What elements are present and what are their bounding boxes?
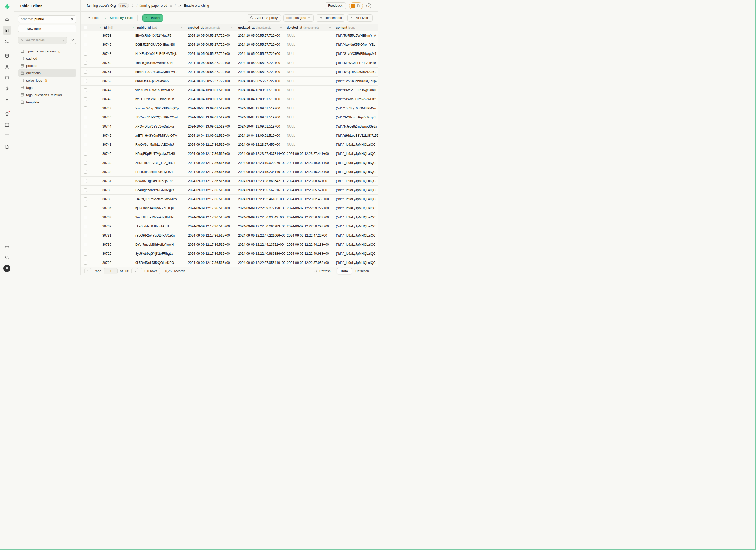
chevron-down-icon[interactable] <box>125 26 128 29</box>
cell-public-id[interactable]: XPQwDIqY6Y75SwDnU-qr_ <box>130 122 186 131</box>
cell-updated-at[interactable]: 2024-09-09 12:23:15.234146+00 <box>236 167 285 176</box>
rail-authentication-icon[interactable] <box>3 62 11 71</box>
cell-public-id[interactable]: bzwXazHgax6UIR58j6Fn3 <box>130 177 186 185</box>
row-checkbox[interactable] <box>84 52 87 56</box>
supabase-logo-icon[interactable] <box>3 3 11 10</box>
row-checkbox[interactable] <box>84 116 87 119</box>
row-checkbox[interactable] <box>84 243 87 246</box>
rail-table-editor-icon[interactable] <box>3 26 11 35</box>
sidebar-item-_prisma_migrations[interactable]: _prisma_migrations ··· <box>18 48 76 55</box>
cell-updated-at[interactable]: 2024-10-04 13:09:01.519+00 <box>236 122 285 131</box>
cell-content[interactable]: {"id":"_Id9aLyJpMHQLaiQC <box>334 222 378 231</box>
tab-data[interactable]: Data <box>337 268 352 274</box>
api-docs-button[interactable]: API Docs <box>347 14 373 22</box>
cell-deleted-at[interactable]: NULL <box>285 122 334 131</box>
cell-content[interactable]: {"id":"3-O8cn_xPgs0cVxqKE <box>334 113 378 122</box>
org-switcher-chevrons-icon[interactable] <box>131 4 134 8</box>
cell-public-id[interactable]: nxFT002ISeRE-Qobg3K3k <box>130 95 186 104</box>
row-checkbox[interactable] <box>84 179 87 183</box>
row-checkbox[interactable] <box>84 170 87 174</box>
cell-updated-at[interactable]: 2024-09-09 12:22:56.03542+00 <box>236 213 285 222</box>
cell-content[interactable]: {"id":"S1vrVC5BrB59wqcM4 <box>334 49 378 58</box>
column-header-created-at[interactable]: created_at timestamptz <box>186 24 236 31</box>
cell-content[interactable]: {"id":"_Id9aLyJpMHQLaiQC <box>334 249 378 258</box>
cell-public-id[interactable]: 1hnRQjxSRm2V0VticY2NF <box>130 58 186 67</box>
cell-created-at[interactable]: 2024-09-09 12:17:36.515+00 <box>186 258 236 267</box>
cell-id[interactable]: 30734 <box>97 204 130 213</box>
row-checkbox[interactable] <box>84 225 87 228</box>
cell-content[interactable]: {"id":"_Id9aLyJpMHQLaiQC <box>334 149 378 158</box>
cell-content[interactable]: {"id":"NJe5s8ZmBwnoB6e3s <box>334 122 378 131</box>
cell-deleted-at[interactable]: NULL <box>285 77 334 85</box>
cell-public-id[interactable]: FHHUioa3bidd00BHyLeZt <box>130 167 186 176</box>
rail-database-icon[interactable] <box>3 51 11 60</box>
chevron-down-icon[interactable] <box>231 26 234 29</box>
cell-content[interactable]: {"id":"_Id9aLyJpMHQLaiQC <box>334 158 378 167</box>
cell-deleted-at[interactable]: 2024-09-09 12:22:40.988+00 <box>285 249 334 258</box>
sidebar-item-solve_logs[interactable]: solve_logs ··· <box>18 77 76 84</box>
cell-content[interactable]: {"id":"_Id9aLyJpMHQLaiQC <box>334 213 378 222</box>
cell-public-id[interactable]: DGEJfJZPQUV9Q-IBqsNSi <box>130 40 186 49</box>
cell-id[interactable]: 30729 <box>97 249 130 258</box>
rows-per-page-button[interactable]: 100 rows <box>141 268 160 274</box>
breadcrumb-org[interactable]: farming-paper's Org <box>87 4 116 8</box>
sidebar-item-questions[interactable]: questions ··· <box>18 69 76 77</box>
cell-created-at[interactable]: 2024-09-09 12:17:36.515+00 <box>186 213 236 222</box>
cell-content[interactable]: {"id":"B6tr6eEFLrOVgeUmH <box>334 86 378 95</box>
cell-deleted-at[interactable]: 2024-09-09 12:22:47.22+00 <box>285 231 334 240</box>
role-select[interactable]: role postgres <box>283 14 314 22</box>
cell-content[interactable]: {"id":"4wyNgK55lOfrpmYZc <box>334 40 378 49</box>
rail-sql-editor-icon[interactable] <box>3 37 11 46</box>
rail-api-docs-icon[interactable] <box>3 142 11 151</box>
row-checkbox[interactable] <box>84 61 87 65</box>
cell-updated-at[interactable]: 2024-10-04 13:09:01.519+00 <box>236 104 285 113</box>
cell-created-at[interactable]: 2024-10-05 00:55:27.722+00 <box>186 49 236 58</box>
row-checkbox[interactable] <box>84 234 87 237</box>
cell-created-at[interactable]: 2024-09-09 12:17:36.515+00 <box>186 140 236 149</box>
cell-id[interactable]: 30746 <box>97 113 130 122</box>
cell-updated-at[interactable]: 2024-10-05 00:55:27.722+00 <box>236 49 285 58</box>
cell-created-at[interactable]: 2024-09-09 12:17:36.515+00 <box>186 222 236 231</box>
sort-button[interactable]: Sorted by 1 rule <box>104 16 133 20</box>
cell-updated-at[interactable]: 2024-10-05 00:55:27.722+00 <box>236 77 285 85</box>
cell-updated-at[interactable]: 2024-09-09 12:22:37.955419+00 <box>236 258 285 267</box>
cell-deleted-at[interactable]: NULL <box>285 68 334 76</box>
cell-updated-at[interactable]: 2024-10-05 00:55:27.722+00 <box>236 31 285 40</box>
realtime-toggle-button[interactable]: Realtime off <box>316 14 345 22</box>
cell-updated-at[interactable]: 2024-10-05 00:55:27.722+00 <box>236 58 285 67</box>
cell-deleted-at[interactable]: 2024-09-09 12:23:15.237+00 <box>285 167 334 176</box>
cell-updated-at[interactable]: 2024-09-09 12:22:47.221066+00 <box>236 231 285 240</box>
row-checkbox[interactable] <box>84 152 87 156</box>
cell-id[interactable]: 30739 <box>97 158 130 167</box>
cell-public-id[interactable]: H5uqFKpRUTPkjxdysT3HS <box>130 149 186 158</box>
cell-created-at[interactable]: 2024-10-05 00:55:27.722+00 <box>186 77 236 85</box>
cell-created-at[interactable]: 2024-10-05 00:55:27.722+00 <box>186 31 236 40</box>
column-header-deleted-at[interactable]: deleted_at timestamptz <box>285 24 334 31</box>
new-table-button[interactable]: New table <box>18 25 76 32</box>
cell-id[interactable]: 30752 <box>97 77 130 85</box>
filter-button[interactable]: Filter <box>87 16 100 20</box>
cell-public-id[interactable]: zHDq4c0F0VBF_TL2_dBZ1 <box>130 158 186 167</box>
cell-created-at[interactable]: 2024-09-09 12:17:36.515+00 <box>186 240 236 249</box>
cell-content[interactable]: {"id":"5b7j5Pz9WHBNmY_A <box>334 31 378 40</box>
cell-id[interactable]: 30730 <box>97 240 130 249</box>
cell-created-at[interactable]: 2024-10-05 00:55:27.722+00 <box>186 68 236 76</box>
cell-updated-at[interactable]: 2024-09-09 12:23:08.668542+00 <box>236 177 285 185</box>
cell-public-id[interactable]: YwEmuWdqT38XoSB048QYp <box>130 104 186 113</box>
rail-realtime-icon[interactable] <box>3 95 11 104</box>
cell-public-id[interactable]: NhXEo1Xw04FnB4RzWTNjb <box>130 49 186 58</box>
cell-updated-at[interactable]: 2024-09-09 12:23:27.437814+00 <box>236 149 285 158</box>
cell-created-at[interactable]: 2024-09-09 12:17:36.515+00 <box>186 186 236 194</box>
cell-content[interactable]: {"id":"1VASb3phnXXkQPCpv <box>334 77 378 85</box>
cell-created-at[interactable]: 2024-09-09 12:17:36.515+00 <box>186 249 236 258</box>
cell-id[interactable]: 30728 <box>97 258 130 267</box>
cell-id[interactable]: 30735 <box>97 195 130 204</box>
cell-public-id[interactable]: nbMhHL3AP7OcCJymc2wT2 <box>130 68 186 76</box>
cell-created-at[interactable]: 2024-10-04 13:09:01.519+00 <box>186 86 236 95</box>
row-checkbox[interactable] <box>84 79 87 83</box>
row-checkbox[interactable] <box>84 88 87 92</box>
chevrons-down-icon[interactable] <box>62 39 65 42</box>
cell-deleted-at[interactable]: 2024-09-09 12:23:02.463+00 <box>285 195 334 204</box>
cell-created-at[interactable]: 2024-10-04 13:09:01.519+00 <box>186 131 236 140</box>
chevron-down-icon[interactable] <box>181 26 184 29</box>
